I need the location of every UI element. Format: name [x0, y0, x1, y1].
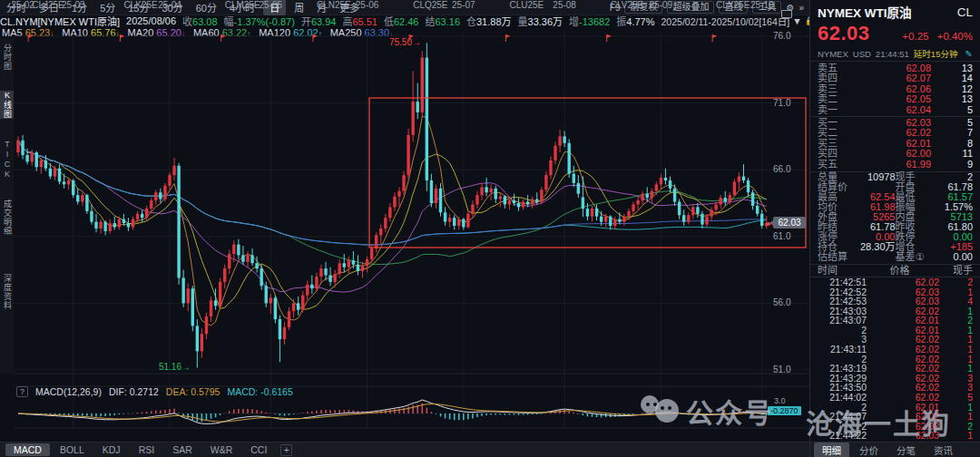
instrument-name: CL.NYM[NYMEX WTI原油]: [0, 14, 120, 28]
trading-app-window: 分时多日1分5分15分30分60分4小时日周月更多F9前复权超级叠加直线工具⚙»…: [0, 0, 980, 457]
detail-tabs: 明细分价分笔资讯: [810, 442, 980, 457]
macd-value-badge: -0.2870: [768, 406, 801, 415]
timeframe-4小时[interactable]: 4小时: [223, 0, 261, 15]
more-chevron-icon[interactable]: »: [799, 3, 804, 13]
quote-title: NYMEX WTI原油: [818, 3, 912, 21]
sidebar-item-成交明细[interactable]: 成交明细: [0, 199, 14, 236]
instrument-info-bar: CL.NYM[NYMEX WTI原油] 2025/08/06 收63.08幅-1…: [0, 15, 809, 26]
timeframe-多日[interactable]: 多日: [33, 0, 65, 15]
detail-tab-明细[interactable]: 明细: [814, 442, 849, 457]
timeframe-60分[interactable]: 60分: [190, 0, 223, 15]
indicator-tab-KDJ[interactable]: KDJ: [94, 443, 129, 456]
macd-axis-top: 3.0: [774, 396, 786, 405]
indicator-tab-W&R[interactable]: W&R: [202, 443, 241, 456]
macd-dea: DEA: 0.5795: [166, 386, 220, 397]
quote-panel: NYMEX WTI原油 CL 62.03 +0.25 +0.40% NYMEX …: [810, 0, 980, 442]
sidebar-item-TICK[interactable]: TICK: [0, 140, 14, 180]
quote-code: CL: [957, 5, 973, 19]
timeframe-15分[interactable]: 15分: [122, 0, 155, 15]
txn-header: 时间: [818, 265, 867, 277]
macd-header: ? MACD(12,26,9) DIF: 0.2712 DEA: 0.5795 …: [16, 386, 293, 396]
trade-row: 21:44:2262.031: [810, 431, 980, 441]
timeframe-分时[interactable]: 分时: [0, 0, 33, 15]
trade-row: 21:44:0762.021: [810, 412, 980, 422]
order-book: 卖五62.0813卖四62.0714卖三62.0612卖二62.0513卖一62…: [810, 61, 980, 172]
last-price: 62.03: [818, 22, 870, 45]
field-振: 振4.77%: [616, 14, 654, 28]
quote-stats: 总量10978现手2结算价开盘61.78最高62.54最低61.57均价61.9…: [810, 172, 980, 262]
add-indicator-button[interactable]: +: [280, 444, 292, 456]
indicator-tab-MACD[interactable]: MACD: [5, 443, 50, 456]
field-高: 高65.51: [342, 14, 377, 28]
timeframe-1分[interactable]: 1分: [65, 0, 93, 15]
field-增: 增-13682: [569, 14, 610, 28]
trade-row: 262.011: [810, 326, 980, 335]
exchange-label: NYMEX: [818, 49, 848, 59]
detail-tab-分笔[interactable]: 分笔: [888, 442, 924, 457]
macd-title: MACD(12,26,9): [35, 386, 102, 397]
timeframe-30分[interactable]: 30分: [156, 0, 190, 15]
ohlc-fields: 收63.08幅-1.37%(-0.87)开63.94高65.51低62.46结6…: [182, 14, 661, 28]
indicator-tab-CCI[interactable]: CCI: [242, 443, 275, 456]
quote-time: 21:44:51: [876, 49, 909, 59]
sidebar-item-K线图[interactable]: K线图: [0, 91, 14, 119]
price-change-pct: +0.40%: [937, 31, 973, 42]
timeframe-周[interactable]: 周: [288, 0, 310, 15]
trades-table-header: 时间价格现手: [810, 264, 980, 277]
sidebar-item-深度资料[interactable]: 深度资料: [0, 274, 14, 310]
trades-list[interactable]: 21:42:5162.02221:42:5262.03121:42:5362.0…: [810, 277, 980, 457]
monitor-icon[interactable]: [781, 10, 792, 18]
help-icon[interactable]: ?: [16, 386, 28, 397]
last-price-tag: 62.03: [773, 217, 806, 228]
field-开: 开63.94: [301, 14, 337, 28]
field-幅: 幅-1.37%(-0.87): [224, 14, 295, 28]
order-book-row-买四: 买四62.0011: [810, 149, 980, 159]
field-量: 量33.36万: [518, 14, 564, 28]
timeframe-更多[interactable]: 更多: [333, 0, 366, 15]
tool-button-直线[interactable]: 直线: [719, 1, 748, 14]
edit-icon[interactable]: ✎: [965, 49, 973, 59]
date-range-selector[interactable]: 2025/02/11-2025/10/02[164日] ▼ 🔒: [662, 15, 818, 28]
detail-tab-资讯[interactable]: 资讯: [926, 442, 961, 457]
trade-row: 21:43:0762.012: [810, 316, 980, 326]
delay-badge: 延时15分钟: [914, 47, 958, 60]
indicator-tabs: MACDBOLLKDJRSISARW&RCCI+: [0, 442, 815, 457]
toolbar-right: F9前复权超级叠加直线工具⚙»: [610, 1, 809, 14]
txn-header: 价格: [867, 265, 933, 277]
bar-date: 2025/08/06: [126, 15, 176, 26]
low-price-annotation: 51.16→: [138, 362, 191, 372]
detail-tab-分价[interactable]: 分价: [851, 442, 887, 457]
left-view-tabs: 分时图K线图TICK成交明细深度资料: [0, 38, 14, 374]
macd-macd: MACD: -0.6165: [227, 386, 292, 397]
chevron-down-icon[interactable]: ▼: [792, 15, 801, 26]
indicator-tab-RSI[interactable]: RSI: [131, 443, 163, 456]
tool-button-前复权[interactable]: 前复权: [624, 1, 662, 14]
timeframe-5分[interactable]: 5分: [93, 0, 122, 15]
trade-row: 21:43:1162.021: [810, 345, 980, 355]
candlestick-chart[interactable]: [14, 32, 810, 442]
field-结: 结63.16: [425, 14, 460, 28]
txn-header: 现手: [933, 265, 973, 277]
order-book-row-卖一: 卖一62.045: [810, 105, 980, 115]
trade-row: 21:42:5162.022: [810, 277, 980, 287]
price-change: +0.25: [902, 31, 928, 42]
tool-button-超级叠加[interactable]: 超级叠加: [667, 1, 714, 14]
high-price-annotation: 75.50→: [368, 37, 421, 47]
field-仓: 仓31.88万: [466, 14, 512, 28]
field-收: 收63.08: [182, 14, 218, 28]
trade-row: 21:44:0262.025: [810, 393, 980, 403]
order-book-row-卖二: 卖二62.0513: [810, 94, 980, 104]
date-range-text: 2025/02/11-2025/10/02[164日]: [662, 15, 790, 28]
order-book-row-买五: 买五61.999: [810, 160, 980, 170]
currency-label: USD: [853, 49, 871, 59]
last-price-dot: [767, 222, 770, 226]
tool-button-工具[interactable]: 工具: [752, 1, 781, 14]
stat-row: 估结算基差①0.00: [810, 252, 980, 262]
f9-button: F9: [610, 3, 621, 13]
macd-dif: DIF: 0.2712: [109, 386, 159, 397]
indicator-tab-BOLL[interactable]: BOLL: [52, 443, 93, 456]
field-低: 低62.46: [384, 14, 419, 28]
sidebar-item-分时图[interactable]: 分时图: [0, 44, 14, 71]
indicator-tab-SAR[interactable]: SAR: [164, 443, 201, 456]
timeframe-月[interactable]: 月: [310, 0, 333, 15]
